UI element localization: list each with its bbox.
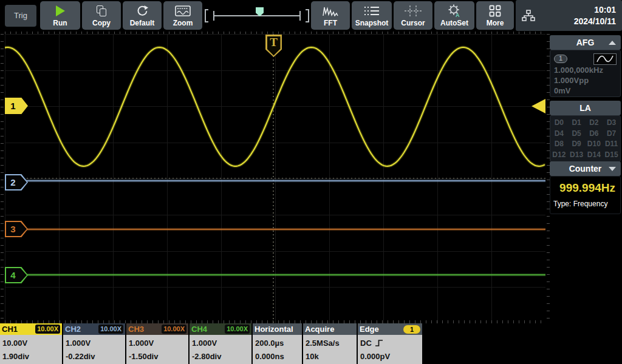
more-button-label: More — [476, 19, 514, 27]
trigger-marker-label: T — [265, 36, 282, 49]
trigger-status-box[interactable]: Edge 1 DC 0.000pV — [358, 323, 422, 364]
ch4-scale: 1.000V — [192, 339, 217, 348]
copy-button[interactable]: Copy — [82, 1, 121, 30]
ch3-position-marker[interactable]: 3 — [5, 221, 28, 237]
zoom-button[interactable]: Zoom — [163, 1, 202, 30]
horizontal-position-slider[interactable] — [205, 7, 309, 25]
cursor-button-label: Cursor — [394, 19, 432, 27]
la-panel-title: LA — [579, 103, 591, 113]
more-grid-icon — [489, 5, 501, 17]
play-icon — [56, 5, 65, 16]
fft-button[interactable]: FFT — [311, 1, 350, 30]
ch3-scale: 1.000V — [129, 339, 154, 348]
ch3-probe-badge: 10.00X — [162, 325, 186, 334]
la-digit-D5: D5 — [572, 129, 581, 138]
run-button[interactable]: Run — [40, 1, 80, 30]
horizontal-status-box[interactable]: Horizontal 200.0µs 0.000ns — [253, 323, 302, 364]
ch1-position: 1.90div — [2, 352, 29, 361]
svg-text:A: A — [456, 12, 460, 18]
clock-date: 2024/10/11 — [574, 16, 616, 27]
afg-offset: 0mV — [554, 86, 617, 96]
la-digit-D10: D10 — [587, 140, 601, 148]
top-toolbar: Trig Run Copy Default Zoom — [0, 0, 622, 32]
acquire-label: Acquire — [305, 323, 334, 335]
ch3-position: -1.50div — [129, 352, 158, 361]
slider-right-bracket-icon — [306, 9, 309, 22]
snapshot-list-icon — [364, 5, 380, 16]
ch1-probe-badge: 10.00X — [35, 325, 60, 334]
copy-button-label: Copy — [82, 19, 121, 27]
acquire-status-box[interactable]: Acquire 2.5MSa/s 10k — [303, 323, 357, 364]
zoom-waveform-icon — [175, 5, 191, 16]
ch3-status-box[interactable]: CH3 10.00X 1.000V -1.50div — [126, 323, 188, 364]
copy-icon — [97, 5, 107, 16]
la-digit-D3: D3 — [607, 118, 616, 127]
ch1-scale: 10.00V — [2, 339, 27, 348]
ch2-status-box[interactable]: CH2 10.00X 1.000V -0.22div — [63, 323, 125, 364]
waveform-svg — [5, 34, 545, 323]
ch2-label: CH2 — [65, 323, 81, 335]
ch1-status-box[interactable]: CH1 10.00X 10.00V 1.90div — [0, 323, 62, 364]
counter-panel-header[interactable]: Counter — [550, 161, 621, 176]
default-button[interactable]: Default — [123, 1, 162, 30]
autoset-gear-icon: A — [447, 4, 462, 18]
autoset-button-label: AutoSet — [434, 19, 474, 27]
ch4-label: CH4 — [191, 323, 207, 335]
waveform-display-grid[interactable] — [5, 34, 545, 323]
counter-type: Type: Frequency — [553, 200, 620, 208]
afg-panel-title: AFG — [576, 38, 595, 47]
zoom-button-label: Zoom — [163, 19, 202, 27]
la-grid: D0D1D2D3D4D5D6D7D8D9D10D11D12D13D14D15 — [550, 115, 621, 162]
la-digit-D12: D12 — [552, 150, 566, 159]
more-button[interactable]: More — [476, 1, 514, 30]
horizontal-scale: 200.0µs — [255, 339, 284, 348]
afg-channel-badge: 1 — [554, 55, 567, 63]
horizontal-delay: 0.000ns — [255, 352, 284, 361]
trigger-level-marker[interactable] — [531, 99, 545, 113]
cursor-button[interactable]: Cursor — [394, 1, 432, 30]
trig-status-button[interactable]: Trig — [5, 5, 36, 27]
fft-spectrum-icon — [322, 5, 339, 16]
afg-amplitude: 1.000Vpp — [554, 75, 617, 86]
ch4-probe-badge: 10.00X — [225, 325, 250, 334]
expand-down-icon — [609, 167, 616, 171]
trigger-type-label: Edge — [360, 323, 379, 335]
la-digit-D6: D6 — [589, 129, 598, 138]
fft-button-label: FFT — [311, 19, 350, 27]
collapse-up-icon — [609, 41, 616, 45]
la-digit-D11: D11 — [605, 140, 618, 148]
afg-panel-body: 1 1.000,000kHz 1.000Vpp 0mV — [550, 50, 621, 97]
afg-frequency: 1.000,000kHz — [554, 65, 617, 75]
rising-edge-icon — [375, 339, 383, 348]
snapshot-button[interactable]: Snapshot — [352, 1, 392, 30]
default-button-label: Default — [123, 19, 162, 27]
sine-wave-icon — [593, 53, 617, 65]
la-digit-D8: D8 — [555, 140, 564, 148]
la-digit-D2: D2 — [589, 118, 598, 127]
horizontal-label: Horizontal — [255, 323, 293, 335]
ch1-position-marker[interactable]: 1 — [5, 98, 28, 114]
la-digit-D1: D1 — [572, 118, 581, 127]
la-panel-header[interactable]: LA — [550, 101, 621, 115]
ch3-label: CH3 — [128, 323, 144, 335]
cursor-crosshair-icon — [405, 5, 422, 16]
ch4-status-box[interactable]: CH4 10.00X 1.000V -2.80div — [190, 323, 251, 364]
trigger-time-marker[interactable]: T — [265, 35, 282, 57]
ch4-position-marker[interactable]: 4 — [5, 267, 28, 283]
lan-network-icon[interactable] — [521, 10, 536, 22]
counter-frequency-value: 999.994Hz — [550, 181, 615, 195]
reset-circular-arrow-icon — [135, 5, 149, 17]
snapshot-button-label: Snapshot — [352, 19, 392, 27]
ch2-scale: 1.000V — [66, 339, 91, 348]
bottom-status-bar: CH1 10.00X 10.00V 1.90div CH2 10.00X 1.0… — [0, 323, 622, 364]
la-digit-D9: D9 — [572, 140, 581, 148]
autoset-button[interactable]: A AutoSet — [434, 1, 474, 30]
la-digit-D7: D7 — [607, 129, 616, 138]
counter-panel-title: Counter — [569, 164, 602, 174]
trigger-level: 0.000pV — [360, 352, 390, 361]
la-digit-D4: D4 — [555, 129, 564, 138]
afg-panel-header[interactable]: AFG — [550, 35, 621, 50]
clock-time: 10:01 — [574, 4, 616, 16]
la-digit-D13: D13 — [570, 150, 583, 159]
ch2-position-marker[interactable]: 2 — [5, 174, 28, 190]
